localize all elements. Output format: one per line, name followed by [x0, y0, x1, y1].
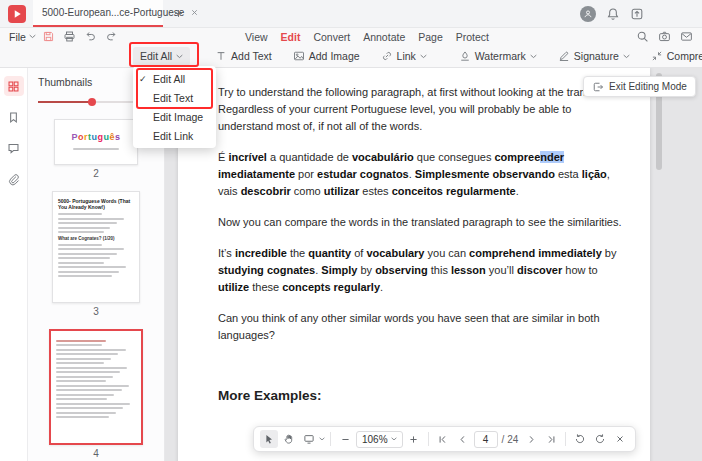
edit-all-button[interactable]: Edit All [133, 47, 190, 66]
tab-page[interactable]: Page [418, 31, 443, 43]
thumbnail-text-line [56, 340, 106, 342]
tab-view[interactable]: View [245, 31, 268, 43]
zoom-in-icon[interactable] [405, 430, 423, 448]
rotate-left-icon[interactable] [571, 430, 589, 448]
next-page-icon[interactable] [522, 430, 540, 448]
check-icon: ✓ [139, 74, 147, 84]
undo-icon[interactable] [84, 30, 97, 43]
add-image-button[interactable]: Add Image [286, 47, 367, 66]
select-tool-icon[interactable] [260, 430, 278, 448]
page-thumbnail[interactable]: 5000- Portuguese Words (That You Already… [52, 191, 140, 303]
page-thumbnail-current[interactable] [49, 329, 143, 445]
edit-all-dropdown-menu: ✓ Edit All Edit Text Edit Image Edit Lin… [133, 66, 216, 148]
ribbon-tabs: View Edit Convert Annotate Page Protect [245, 28, 489, 45]
signature-button[interactable]: Signature [551, 47, 637, 66]
signature-icon [558, 50, 570, 62]
add-text-button[interactable]: Add Text [208, 47, 279, 66]
document-paragraph: É incrível a quantidade de vocabulário q… [218, 149, 628, 200]
watermark-button[interactable]: Watermark [452, 47, 544, 66]
tab-edit[interactable]: Edit [281, 31, 301, 43]
compress-label: Compress [667, 50, 702, 62]
document-paragraph: Can you think of any other similar words… [218, 310, 628, 344]
titlebar: 5000-European...ce-Portuguese [0, 0, 702, 28]
menu-item-edit-image[interactable]: Edit Image [133, 107, 216, 126]
thumbnail-subheading: What are Cognates? (1/20) [58, 236, 134, 241]
snapshot-camera-icon[interactable] [658, 30, 671, 43]
screen-fit-icon [300, 430, 318, 448]
vertical-scrollbar[interactable] [656, 71, 662, 458]
watermark-label: Watermark [475, 50, 526, 62]
tab-annotate[interactable]: Annotate [363, 31, 405, 43]
document-heading: More Examples: [218, 388, 628, 403]
link-icon [381, 50, 393, 62]
toolbar-divider [428, 432, 429, 446]
menu-item-edit-text[interactable]: Edit Text [133, 88, 216, 107]
search-icon[interactable] [636, 30, 649, 43]
last-page-icon[interactable] [542, 430, 560, 448]
print-icon[interactable] [63, 30, 76, 43]
mail-icon[interactable] [680, 30, 693, 43]
file-menu[interactable]: File [9, 28, 36, 45]
hand-tool-icon[interactable] [280, 430, 298, 448]
zoom-out-icon[interactable] [336, 430, 354, 448]
chevron-down-icon [530, 54, 537, 59]
menu-item-label: Edit Link [153, 130, 193, 142]
file-menu-label: File [9, 31, 26, 43]
page-thumbnail[interactable]: Português [54, 119, 138, 165]
tab-protect[interactable]: Protect [456, 31, 489, 43]
document-tab-title: 5000-European...ce-Portuguese [42, 7, 184, 18]
menu-item-edit-all[interactable]: ✓ Edit All [133, 69, 216, 88]
exit-icon [592, 81, 604, 93]
thumbnail-text-block [58, 244, 134, 278]
account-avatar[interactable] [580, 6, 596, 22]
quick-access-toolbar [42, 28, 118, 45]
upgrade-icon[interactable] [630, 7, 644, 21]
previous-page-icon[interactable] [454, 430, 472, 448]
close-toolbar-icon[interactable] [611, 430, 629, 448]
signature-label: Signature [574, 50, 619, 62]
page-count-label: / 24 [502, 434, 519, 445]
app-logo-icon [8, 5, 26, 23]
redo-icon[interactable] [105, 30, 118, 43]
menu-item-label: Edit All [153, 73, 185, 85]
document-paragraph: Try to understand the following paragrap… [218, 84, 628, 135]
chevron-down-icon [623, 54, 630, 59]
menu-item-label: Edit Text [153, 92, 193, 104]
exit-editing-mode-button[interactable]: Exit Editing Mode [583, 76, 696, 97]
save-icon[interactable] [42, 30, 55, 43]
zoom-level-dropdown[interactable]: 106% [356, 431, 403, 448]
chevron-down-icon [319, 437, 325, 441]
chevron-down-icon [176, 54, 183, 59]
comments-panel-icon[interactable] [4, 138, 24, 158]
toolbar-divider [330, 432, 331, 446]
new-tab-icon[interactable] [173, 8, 184, 19]
document-paragraph: It’s incredible the quantity of vocabula… [218, 245, 628, 296]
close-tab-icon[interactable] [190, 8, 199, 17]
thumbnail-heading: 5000- Portuguese Words (That You Already… [58, 198, 134, 210]
titlebar-actions [580, 0, 644, 28]
document-paragraph: Now you can compare the words in the tra… [218, 214, 628, 231]
menubar-right-icons [636, 28, 693, 45]
document-tab[interactable]: 5000-European...ce-Portuguese [33, 0, 163, 27]
slider-knob[interactable] [88, 98, 96, 106]
compress-button[interactable]: Compress [644, 47, 702, 66]
page-number-input[interactable] [474, 431, 498, 448]
slider-fill [38, 101, 92, 103]
pdf-page[interactable]: Try to understand the following paragrap… [178, 68, 650, 461]
menu-item-edit-link[interactable]: Edit Link [133, 126, 216, 145]
fit-mode-dropdown[interactable] [300, 430, 325, 448]
first-page-icon[interactable] [434, 430, 452, 448]
page-number-label: 4 [28, 448, 164, 459]
notifications-bell-icon[interactable] [606, 7, 620, 21]
tab-convert[interactable]: Convert [313, 31, 350, 43]
thumbnail-cover-title: Português [71, 132, 120, 142]
menubar: File View Edit Convert Annotate Page Pro… [0, 28, 702, 45]
attachments-panel-icon[interactable] [4, 169, 24, 189]
rotate-right-icon[interactable] [591, 430, 609, 448]
bookmarks-panel-icon[interactable] [4, 107, 24, 127]
thumbnail-text-block [56, 344, 136, 418]
thumbnails-panel-icon[interactable] [4, 76, 24, 96]
exit-editing-mode-label: Exit Editing Mode [609, 81, 687, 92]
thumbnail-text-block [58, 213, 134, 233]
link-button[interactable]: Link [374, 47, 434, 66]
